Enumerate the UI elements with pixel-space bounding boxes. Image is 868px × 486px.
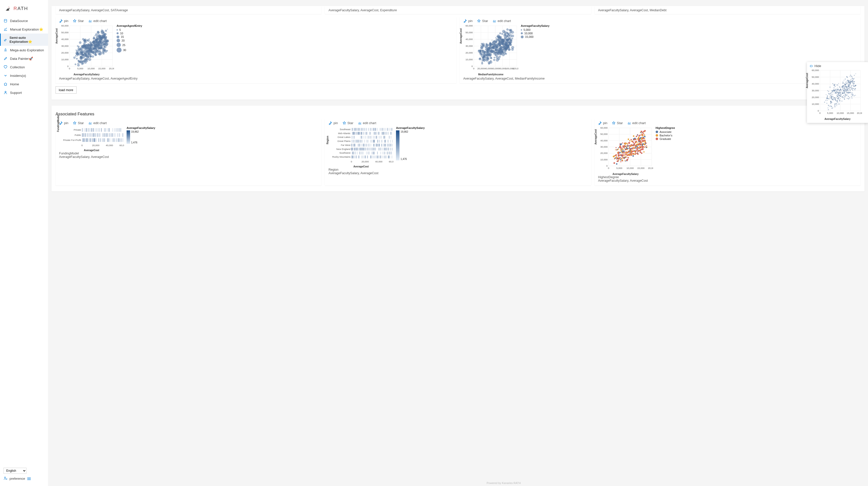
svg-point-734: [492, 40, 492, 40]
svg-point-822: [494, 51, 495, 52]
legend-item: 15,000: [521, 35, 550, 38]
sidebar-item-data-painter-[interactable]: Data Painter🚀: [0, 54, 48, 63]
svg-point-2372: [840, 96, 841, 97]
sidebar-item-mega-auto-exploration[interactable]: Mega-auto Exploration: [0, 46, 48, 54]
svg-point-812: [485, 59, 486, 60]
preference-row[interactable]: preference: [3, 476, 44, 481]
svg-point-2398: [851, 87, 852, 88]
svg-text:30,000: 30,000: [466, 44, 473, 47]
float-ylabel: AverageCost: [806, 73, 808, 88]
pin-icon: [59, 121, 63, 125]
language-select[interactable]: English: [3, 468, 27, 474]
edit-chart-button[interactable]: edit chart: [88, 19, 106, 23]
edit-chart-button[interactable]: edit chart: [88, 121, 106, 125]
load-more-button[interactable]: load more: [56, 86, 76, 94]
card-actions-4: pin Star edit chart: [329, 121, 587, 125]
svg-point-1910: [636, 148, 637, 149]
svg-point-2240: [836, 97, 836, 98]
svg-point-340: [90, 41, 90, 42]
star-button[interactable]: Star: [612, 121, 623, 125]
svg-point-2354: [836, 91, 837, 92]
svg-text:New England: New England: [336, 148, 351, 150]
pin-label: pin: [64, 19, 68, 23]
svg-point-431: [104, 46, 105, 48]
svg-point-2002: [624, 148, 625, 149]
svg-point-2425: [851, 81, 852, 82]
svg-point-1927: [637, 153, 638, 154]
gradient-min-4: 1,476: [401, 158, 408, 160]
svg-point-2198: [850, 84, 850, 84]
svg-point-2189: [854, 75, 855, 75]
svg-point-1: [4, 19, 7, 20]
top-caption-card: AverageFacultySalary, AverageCost, SATAv…: [56, 6, 321, 14]
svg-point-258: [89, 38, 90, 39]
edit-chart-button[interactable]: edit chart: [493, 19, 511, 23]
svg-point-2249: [844, 87, 845, 87]
caption-5b: AverageFacultySalary, AverageCost: [598, 179, 857, 182]
pin-button[interactable]: pin: [598, 121, 607, 125]
svg-point-1854: [633, 154, 634, 155]
legend-items-1: 51015202530: [117, 28, 142, 53]
svg-point-2047: [617, 149, 618, 150]
svg-point-2049: [635, 145, 637, 147]
star-button[interactable]: Star: [73, 121, 84, 125]
svg-text:50,000: 50,000: [812, 75, 819, 78]
svg-point-1989: [632, 142, 633, 143]
svg-point-1875: [616, 158, 617, 159]
svg-point-1869: [628, 142, 629, 143]
sidebar-item-semi-auto-exploration-[interactable]: Semi-auto Exploration⭐: [0, 33, 48, 46]
sidebar-item-label: Manual Exploration⭐: [10, 27, 43, 31]
sidebar-item-manual-exploration-[interactable]: Manual Exploration⭐: [0, 25, 48, 33]
svg-point-2455: [854, 89, 855, 90]
svg-point-761: [509, 35, 510, 36]
chart-line-icon: [3, 27, 7, 31]
edit-chart-button[interactable]: edit chart: [358, 121, 376, 125]
sidebar-item-insiders-[interactable]: Insiders(α): [0, 71, 48, 80]
database-icon: [3, 19, 7, 23]
svg-point-1732: [643, 151, 644, 152]
svg-point-2245: [845, 89, 846, 90]
svg-point-118: [107, 29, 108, 30]
svg-text:40,000: 40,000: [375, 160, 382, 163]
pin-button[interactable]: pin: [463, 19, 472, 23]
svg-point-834: [483, 59, 485, 61]
svg-point-2401: [837, 94, 838, 95]
list-toggle-icon[interactable]: [27, 477, 31, 480]
svg-point-2142: [839, 87, 840, 88]
legend-2: AverageFacultySalary 5,00010,00015,000: [521, 24, 550, 76]
associated-row: pin Star edit chart PrivatePublicPrivate…: [56, 119, 861, 185]
svg-point-2165: [835, 98, 836, 99]
hide-button[interactable]: Hide: [809, 64, 866, 68]
svg-point-879: [500, 48, 502, 51]
edit-chart-button[interactable]: edit chart: [627, 121, 646, 125]
svg-point-2431: [840, 94, 841, 95]
sidebar-item-datasource[interactable]: DataSource: [0, 17, 48, 25]
svg-point-1974: [626, 143, 628, 144]
caption-1: AverageFacultySalary, AverageCost, Avera…: [59, 77, 453, 80]
svg-text:80,000: 80,000: [499, 67, 506, 70]
svg-text:Public: Public: [74, 134, 81, 136]
sidebar-item-home[interactable]: Home: [0, 80, 48, 88]
star-button[interactable]: Star: [342, 121, 353, 125]
svg-point-1976: [642, 132, 643, 133]
sidebar-item-collection[interactable]: Collection: [0, 63, 48, 71]
svg-point-442: [74, 64, 76, 65]
svg-point-2100: [833, 93, 833, 93]
svg-point-2036: [642, 138, 644, 139]
pin-icon: [463, 19, 467, 23]
svg-point-2097: [841, 87, 842, 88]
svg-point-2048: [629, 140, 630, 142]
sidebar-item-label: Data Painter🚀: [10, 57, 33, 61]
pin-button[interactable]: pin: [329, 121, 338, 125]
svg-point-689: [503, 33, 506, 36]
star-button[interactable]: Star: [477, 19, 488, 23]
brand-logo[interactable]: RATH: [0, 3, 48, 17]
svg-point-2308: [851, 80, 851, 80]
pin-button[interactable]: pin: [59, 121, 68, 125]
pin-button[interactable]: pin: [59, 19, 68, 23]
xlabel-1: AverageFacultySalary: [59, 73, 114, 76]
star-button[interactable]: Star: [73, 19, 84, 23]
sidebar-item-support[interactable]: Support: [0, 88, 48, 97]
svg-point-2241: [829, 91, 829, 92]
svg-point-2424: [843, 85, 844, 86]
